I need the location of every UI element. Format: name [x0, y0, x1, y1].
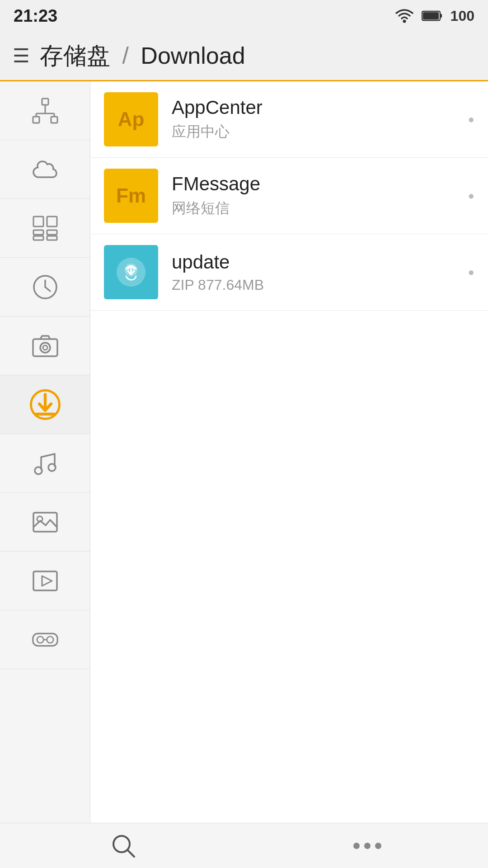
svg-rect-2	[440, 14, 442, 18]
file-info-appcenter: AppCenter 应用中心	[172, 97, 468, 142]
clock-icon	[32, 274, 58, 300]
svg-point-32	[37, 636, 43, 643]
download-icon	[30, 389, 61, 420]
sidebar-item-network[interactable]	[0, 81, 90, 140]
file-item-fmessage[interactable]: Fm FMessage 网络短信 ●	[90, 158, 488, 234]
file-item-appcenter[interactable]: Ap AppCenter 应用中心 ●	[90, 81, 488, 158]
music-icon	[32, 450, 58, 476]
network-icon	[32, 98, 58, 124]
svg-line-38	[127, 850, 134, 857]
menu-icon[interactable]: ☰	[13, 45, 30, 67]
svg-rect-4	[42, 99, 48, 105]
video-icon	[32, 568, 58, 594]
svg-point-21	[40, 343, 50, 353]
file-more-appcenter[interactable]: ●	[468, 113, 475, 126]
file-more-fmessage[interactable]: ●	[468, 189, 475, 202]
file-more-update[interactable]: ●	[468, 266, 475, 278]
file-thumb-fmessage: Fm	[104, 169, 158, 223]
svg-rect-3	[423, 12, 439, 19]
breadcrumb-sub: Download	[141, 42, 245, 69]
wifi-icon	[395, 8, 413, 24]
file-sub-update: ZIP 877.64MB	[172, 277, 468, 293]
svg-rect-29	[33, 571, 57, 590]
search-button[interactable]	[107, 830, 140, 862]
sidebar-item-cloud[interactable]	[0, 140, 90, 199]
status-time: 21:23	[14, 6, 57, 26]
main-layout: Ap AppCenter 应用中心 ● Fm FMessage 网络短信 ●	[0, 81, 488, 823]
sidebar-item-vr[interactable]	[0, 610, 90, 669]
search-icon	[111, 833, 136, 859]
dot-1	[353, 843, 360, 849]
svg-rect-5	[33, 117, 39, 123]
svg-rect-15	[33, 236, 43, 240]
file-thumb-appcenter: Ap	[104, 92, 158, 146]
breadcrumb-separator: /	[116, 42, 135, 69]
svg-rect-27	[33, 513, 57, 532]
cloud-arrow-icon	[117, 258, 145, 287]
breadcrumb-root: 存储盘	[40, 42, 110, 69]
status-icons: 100	[395, 8, 474, 24]
file-item-update[interactable]: update ZIP 877.64MB ●	[90, 234, 488, 311]
file-info-update: update ZIP 877.64MB	[172, 251, 468, 293]
file-info-fmessage: FMessage 网络短信	[172, 173, 468, 218]
file-name-appcenter: AppCenter	[172, 97, 468, 118]
status-bar: 21:23 100	[0, 0, 488, 32]
sidebar-item-images[interactable]	[0, 493, 90, 552]
svg-rect-6	[51, 117, 57, 123]
svg-rect-14	[47, 230, 57, 235]
dot-2	[364, 843, 371, 849]
svg-point-0	[403, 20, 406, 23]
svg-point-33	[47, 636, 53, 643]
svg-point-26	[48, 464, 56, 471]
file-name-update: update	[172, 251, 468, 273]
camera-icon	[32, 333, 58, 359]
dot-3	[375, 843, 381, 849]
grid-icon	[32, 215, 58, 241]
battery-icon	[422, 9, 442, 22]
sidebar-item-camera[interactable]	[0, 316, 90, 375]
file-list: Ap AppCenter 应用中心 ● Fm FMessage 网络短信 ●	[90, 81, 488, 823]
more-button[interactable]	[353, 843, 381, 849]
sidebar-item-music[interactable]	[0, 434, 90, 493]
svg-rect-13	[33, 230, 43, 235]
svg-rect-16	[47, 236, 57, 240]
svg-rect-11	[33, 217, 43, 226]
bottom-bar	[0, 823, 488, 868]
battery-level: 100	[450, 8, 474, 24]
sidebar-item-category[interactable]	[0, 199, 90, 258]
svg-point-22	[43, 345, 47, 350]
sidebar-item-recent[interactable]	[0, 258, 90, 316]
file-sub-appcenter: 应用中心	[172, 122, 468, 142]
sidebar-item-video[interactable]	[0, 552, 90, 610]
vr-icon	[32, 627, 58, 653]
cloud-icon	[32, 156, 58, 183]
image-icon	[32, 509, 58, 535]
svg-point-25	[35, 467, 42, 474]
file-thumb-update	[104, 245, 158, 299]
svg-marker-30	[42, 576, 52, 586]
sidebar	[0, 81, 90, 823]
svg-line-19	[45, 287, 50, 291]
title-bar: ☰ 存储盘 / Download	[0, 32, 488, 81]
file-sub-fmessage: 网络短信	[172, 198, 468, 218]
file-name-fmessage: FMessage	[172, 173, 468, 195]
svg-rect-20	[33, 339, 57, 356]
svg-rect-12	[47, 217, 57, 226]
sidebar-item-download[interactable]	[0, 375, 90, 434]
